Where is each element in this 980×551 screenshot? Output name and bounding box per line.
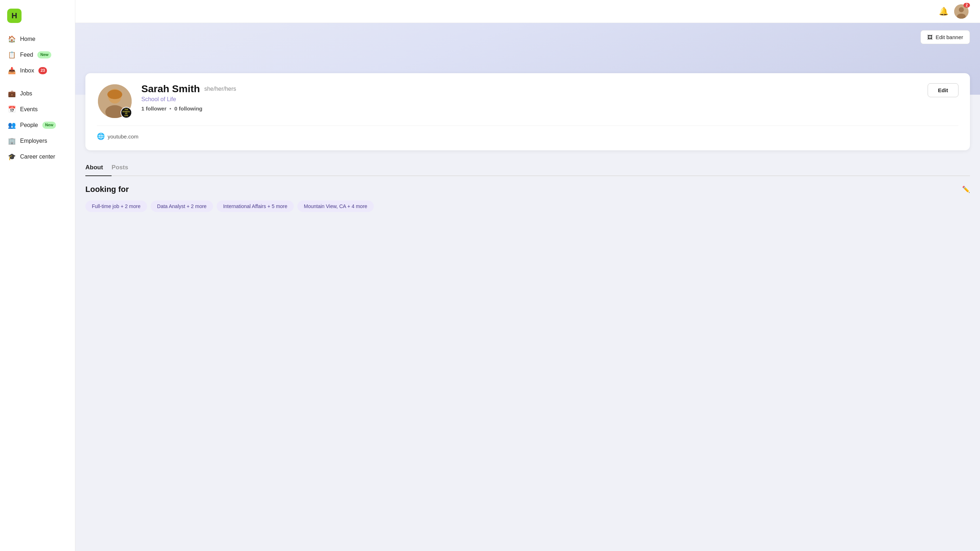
following-count: 0 (174, 105, 177, 111)
people-icon: 👥 (8, 121, 16, 129)
edit-profile-button[interactable]: Edit (928, 83, 958, 97)
profile-pronouns: she/her/hers (204, 86, 236, 92)
sidebar-label-employers: Employers (20, 138, 47, 144)
sidebar-badge-people: New (42, 122, 56, 128)
edit-banner-label: Edit banner (935, 34, 963, 40)
profile-name: Sarah Smith (142, 83, 200, 95)
topbar: 🔔 2 (75, 0, 980, 23)
following-label: following (179, 105, 202, 111)
sidebar-label-home: Home (20, 36, 35, 42)
career-center-icon: 🎓 (8, 153, 16, 161)
sidebar-label-events: Events (20, 106, 38, 113)
tab-about[interactable]: About (85, 160, 111, 176)
profile-info: Sarah Smith she/her/hers School of Life … (142, 83, 919, 111)
sidebar-logo: H (0, 6, 75, 32)
events-icon: 📅 (8, 105, 16, 113)
avatar-notification-badge: 2 (964, 3, 970, 8)
looking-for-edit-icon[interactable]: ✏️ (962, 185, 970, 193)
website-url[interactable]: youtube.com (108, 134, 138, 140)
sidebar-item-jobs[interactable]: 💼Jobs (3, 86, 72, 101)
main-content: 🔔 2 🖼 Edit banner (75, 0, 980, 551)
app-logo[interactable]: H (7, 9, 22, 23)
user-avatar-button[interactable]: 2 (954, 4, 969, 19)
sidebar-item-career-center[interactable]: 🎓Career center (3, 149, 72, 164)
notification-bell[interactable]: 🔔 (939, 7, 948, 16)
image-icon: 🖼 (927, 34, 933, 40)
svg-point-1 (959, 7, 964, 12)
employers-icon: 🏢 (8, 137, 16, 145)
sidebar-label-inbox: Inbox (20, 67, 34, 74)
sidebar-nav: 🏠Home📋FeedNew📥Inbox23💼Jobs📅Events👥People… (0, 32, 75, 164)
home-icon: 🏠 (8, 35, 16, 43)
edit-banner-button[interactable]: 🖼 Edit banner (920, 30, 970, 44)
sidebar-badge-feed: New (37, 51, 51, 58)
profile-school: School of Life (142, 96, 919, 103)
sidebar-item-events[interactable]: 📅Events (3, 102, 72, 117)
jobs-icon: 💼 (8, 90, 16, 97)
sidebar-label-jobs: Jobs (20, 91, 32, 97)
inbox-icon: 📥 (8, 67, 16, 75)
school-badge: THESCHOOLOFLIFE (121, 107, 132, 118)
profile-card: THESCHOOLOFLIFE Sarah Smith she/her/hers… (85, 73, 970, 150)
sidebar-badge-inbox: 23 (38, 67, 47, 74)
sidebar-label-feed: Feed (20, 52, 33, 58)
profile-stats: 1 follower • 0 following (142, 105, 919, 111)
looking-for-tag: Data Analyst + 2 more (151, 201, 213, 212)
followers-count: 1 (142, 105, 144, 111)
profile-name-row: Sarah Smith she/her/hers (142, 83, 919, 95)
sidebar-item-employers[interactable]: 🏢Employers (3, 134, 72, 148)
looking-for-tags: Full-time job + 2 moreData Analyst + 2 m… (85, 201, 970, 212)
sidebar-item-feed[interactable]: 📋FeedNew (3, 47, 72, 62)
feed-icon: 📋 (8, 51, 16, 59)
sidebar-label-people: People (20, 122, 38, 128)
globe-icon: 🌐 (97, 132, 105, 140)
looking-for-header: Looking for ✏️ (85, 185, 970, 194)
looking-for-tag: International Affairs + 5 more (217, 201, 294, 212)
followers-label: follower (146, 105, 167, 111)
profile-avatar-wrapper: THESCHOOLOFLIFE (97, 83, 133, 119)
sidebar: H 🏠Home📋FeedNew📥Inbox23💼Jobs📅Events👥Peop… (0, 0, 75, 551)
sidebar-item-people[interactable]: 👥PeopleNew (3, 118, 72, 133)
profile-divider (97, 126, 958, 126)
tabs-section: AboutPosts (75, 150, 980, 176)
sidebar-item-inbox[interactable]: 📥Inbox23 (3, 63, 72, 78)
looking-for-tag: Mountain View, CA + 4 more (298, 201, 374, 212)
about-section: Looking for ✏️ Full-time job + 2 moreDat… (75, 176, 980, 221)
tab-posts[interactable]: Posts (111, 160, 137, 176)
looking-for-title: Looking for (85, 185, 129, 194)
profile-section: THESCHOOLOFLIFE Sarah Smith she/her/hers… (75, 73, 980, 150)
profile-top: THESCHOOLOFLIFE Sarah Smith she/her/hers… (97, 83, 958, 119)
svg-point-7 (107, 90, 122, 99)
sidebar-item-home[interactable]: 🏠Home (3, 32, 72, 47)
sidebar-label-career-center: Career center (20, 153, 55, 160)
looking-for-tag: Full-time job + 2 more (85, 201, 147, 212)
tabs-bar: AboutPosts (85, 160, 970, 176)
profile-website: 🌐 youtube.com (97, 132, 958, 140)
